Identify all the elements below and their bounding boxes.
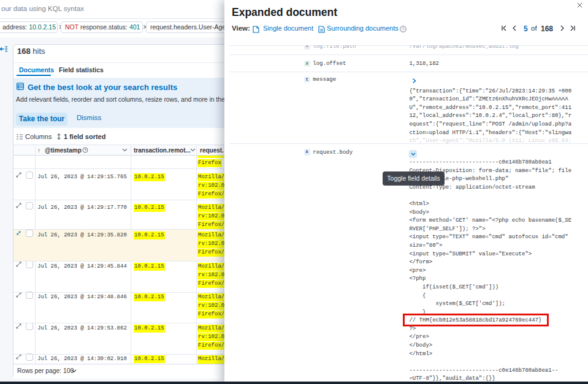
svg-text:?: ? [402, 27, 405, 31]
